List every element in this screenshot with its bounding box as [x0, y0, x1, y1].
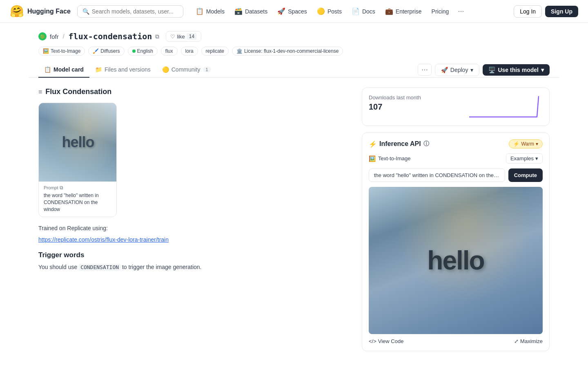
tag-diffusers[interactable]: 🖌️ Diffusers — [88, 47, 124, 56]
nav-spaces-label: Spaces — [288, 8, 307, 15]
tag-replicate[interactable]: replicate — [201, 47, 229, 56]
task-icon: 🖼️ — [369, 155, 376, 162]
tab-community-label: Community — [172, 66, 200, 73]
nav-models[interactable]: 📋 Models — [192, 5, 229, 18]
logo[interactable]: 🤗 Hugging Face — [10, 4, 71, 18]
model-owner[interactable]: fofr — [50, 33, 59, 40]
datasets-icon: 🗃️ — [234, 7, 243, 15]
nav-models-label: Models — [206, 8, 225, 15]
tag-flux[interactable]: flux — [161, 47, 178, 56]
tag-text-to-image-icon: 🖼️ — [43, 48, 49, 54]
tab-model-card-label: Model card — [53, 66, 84, 73]
nav-datasets[interactable]: 🗃️ Datasets — [230, 5, 272, 18]
search-bar[interactable]: 🔍 — [77, 5, 183, 18]
login-button[interactable]: Log In — [514, 5, 542, 18]
deploy-button[interactable]: 🚀 Deploy ▾ — [435, 64, 480, 76]
nav-pricing[interactable]: Pricing — [428, 6, 453, 17]
page-header: 🟢 fofr / flux-condensation ⧉ ♡ like 14 🖼… — [29, 23, 559, 56]
task-label: Text-to-Image — [378, 155, 410, 162]
user-avatar: 🟢 — [38, 32, 47, 40]
inference-card: ⚡ Inference API ⓘ ⚡ Warm ▾ 🖼️ Text-to-Im… — [362, 132, 550, 351]
tag-replicate-label: replicate — [206, 48, 224, 54]
view-code-link[interactable]: </> View Code — [369, 338, 403, 344]
section-title: Flux Condensation — [45, 88, 111, 96]
use-model-button[interactable]: 🖥️ Use this model ▾ — [483, 64, 550, 76]
maximize-icon: ⤢ — [514, 338, 519, 344]
tab-community-badge: 1 — [203, 67, 211, 72]
trigger-code: CONDENSATION — [79, 264, 120, 271]
model-separator: / — [63, 33, 65, 40]
posts-icon: 🟡 — [317, 7, 325, 15]
inference-text-input[interactable] — [369, 168, 505, 182]
compute-button[interactable]: Compute — [508, 168, 543, 182]
tab-files-label: Files and versions — [105, 66, 151, 73]
inference-input-row: Compute — [369, 168, 543, 182]
hello-image-text: hello — [62, 134, 94, 151]
tag-text-to-image-label: Text-to-Image — [51, 48, 80, 54]
like-count: 14 — [187, 33, 197, 40]
signup-button[interactable]: Sign Up — [545, 6, 578, 17]
prompt-label: Prompt ⧉ — [39, 182, 116, 192]
code-icon: </> — [369, 338, 376, 344]
task-badge: 🖼️ Text-to-Image — [369, 155, 410, 162]
tag-english-label: English — [137, 48, 153, 54]
model-title-row: 🟢 fofr / flux-condensation ⧉ ♡ like 14 — [38, 31, 550, 42]
nav-enterprise[interactable]: 💼 Enterprise — [381, 5, 426, 18]
tab-files-versions[interactable]: 📁 Files and versions — [89, 62, 156, 78]
deploy-label: Deploy — [450, 67, 468, 73]
tabs-row: 📋 Model card 📁 Files and versions 🟡 Comm… — [29, 62, 559, 78]
inference-title-text: Inference API — [379, 140, 421, 148]
more-options-button[interactable]: ⋯ — [418, 64, 432, 76]
tag-flux-label: flux — [165, 48, 173, 54]
inference-output-image: hello — [369, 187, 543, 334]
enterprise-icon: 💼 — [385, 7, 393, 15]
task-row: 🖼️ Text-to-Image Examples ▾ — [369, 153, 543, 164]
nav-docs-label: Docs — [362, 8, 375, 15]
tab-community[interactable]: 🟡 Community 1 — [156, 62, 217, 78]
warm-lightning-icon: ⚡ — [513, 141, 519, 147]
prompt-copy-icon[interactable]: ⧉ — [60, 185, 63, 191]
model-image-card: hello Prompt ⧉ the word "hello" written … — [38, 103, 117, 217]
tab-community-icon: 🟡 — [162, 66, 169, 73]
warm-badge-button[interactable]: ⚡ Warm ▾ — [509, 139, 543, 148]
tag-license-icon: 🏛️ — [236, 48, 243, 54]
inference-title: ⚡ Inference API ⓘ — [369, 140, 429, 148]
examples-dropdown[interactable]: Examples ▾ — [506, 153, 543, 164]
main-content: ≡ Flux Condensation hello Prompt ⧉ the w… — [29, 78, 559, 361]
tag-lora-label: lora — [185, 48, 194, 54]
like-label: like — [177, 34, 185, 40]
prompt-text: the word "hello" written in CONDENSATION… — [39, 192, 116, 217]
content-left: ≡ Flux Condensation hello Prompt ⧉ the w… — [38, 88, 352, 351]
prompt-label-text: Prompt — [44, 185, 58, 190]
stats-value: 107 — [369, 102, 421, 112]
tag-english[interactable]: English — [128, 47, 158, 56]
info-icon[interactable]: ⓘ — [423, 140, 429, 148]
main-nav: 📋 Models 🗃️ Datasets 🚀 Spaces 🟡 Posts 📄 … — [192, 5, 468, 18]
section-header: ≡ Flux Condensation — [38, 88, 352, 96]
examples-label: Examples — [510, 155, 534, 162]
tag-text-to-image[interactable]: 🖼️ Text-to-Image — [38, 47, 85, 56]
nav-spaces[interactable]: 🚀 Spaces — [273, 5, 311, 18]
search-input[interactable] — [92, 8, 178, 15]
tab-model-card[interactable]: 📋 Model card — [38, 62, 89, 78]
content-right: Downloads last month 107 ⚡ Inference API… — [362, 88, 550, 351]
inference-header: ⚡ Inference API ⓘ ⚡ Warm ▾ — [369, 139, 543, 148]
stats-label: Downloads last month — [369, 94, 421, 101]
copy-model-name-button[interactable]: ⧉ — [155, 33, 159, 40]
nav-docs[interactable]: 📄 Docs — [347, 5, 379, 18]
like-button[interactable]: ♡ like 14 — [166, 31, 201, 42]
trigger-title: Trigger words — [38, 251, 352, 259]
warm-chevron-icon: ▾ — [536, 141, 538, 147]
logo-icon: 🤗 — [10, 4, 24, 18]
use-model-chevron-icon: ▾ — [541, 67, 544, 73]
tags-row: 🖼️ Text-to-Image 🖌️ Diffusers English fl… — [38, 47, 550, 56]
tag-lora[interactable]: lora — [181, 47, 198, 56]
maximize-link[interactable]: ⤢ Maximize — [514, 338, 543, 344]
tag-license[interactable]: 🏛️ License: flux-1-dev-non-commercial-li… — [232, 47, 343, 56]
maximize-label: Maximize — [520, 338, 543, 344]
more-nav-button[interactable]: ··· — [454, 5, 467, 17]
tab-model-card-icon: 📋 — [44, 66, 51, 73]
trained-link[interactable]: https://replicate.com/ostris/flux-dev-lo… — [38, 236, 352, 243]
card-footer: </> View Code ⤢ Maximize — [369, 338, 543, 344]
nav-posts[interactable]: 🟡 Posts — [313, 5, 346, 18]
